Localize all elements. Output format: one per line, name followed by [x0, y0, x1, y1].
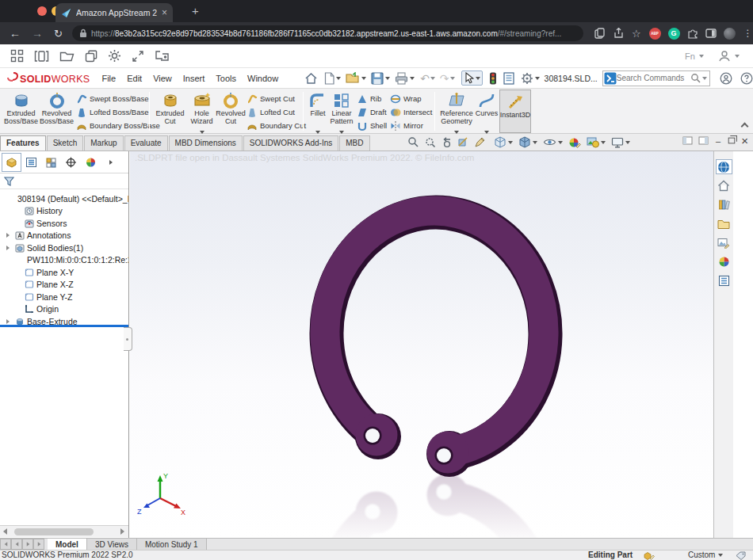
files-icon[interactable]	[59, 50, 75, 62]
tree-item-plane-xz[interactable]: Plane X-Z	[0, 279, 128, 291]
menu-window[interactable]: Window	[242, 74, 284, 83]
tab-features[interactable]: Features	[0, 135, 46, 150]
expand-icon[interactable]	[6, 319, 10, 324]
profile-avatar[interactable]	[724, 28, 736, 40]
revolved-boss-button[interactable]: Revolved Boss/Base	[39, 90, 75, 132]
search-caret-icon[interactable]	[702, 77, 707, 80]
rib-button[interactable]: Rib	[357, 92, 381, 105]
menu-insert[interactable]: Insert	[178, 74, 211, 83]
print-button[interactable]	[395, 72, 408, 85]
ring-body[interactable]	[325, 211, 545, 477]
tab-close-icon[interactable]	[162, 8, 167, 17]
login-button[interactable]	[720, 72, 732, 85]
browser-menu-icon[interactable]	[743, 29, 753, 38]
fn-caret-icon[interactable]	[699, 55, 704, 58]
intersect-button[interactable]: Intersect	[390, 105, 432, 119]
reload-button[interactable]	[54, 29, 63, 39]
tab-evaluate[interactable]: Evaluate	[124, 135, 168, 150]
previous-view-icon[interactable]	[441, 136, 453, 148]
tree-filter-row[interactable]	[0, 173, 128, 189]
first-tab-button[interactable]	[0, 539, 11, 550]
appearances-scenes-tab[interactable]	[716, 254, 732, 269]
units-caret-icon[interactable]	[718, 554, 723, 557]
save-caret-icon[interactable]	[385, 77, 390, 80]
mirror-button[interactable]: Mirror	[390, 119, 423, 132]
swept-boss-button[interactable]: Swept Boss/Base	[76, 92, 148, 105]
extruded-boss-button[interactable]: Extruded Boss/Base	[3, 90, 39, 132]
motion-study-tab[interactable]: Motion Study 1	[137, 539, 207, 550]
panel-tabs-expand-icon[interactable]	[101, 153, 120, 172]
tab-mbd[interactable]: MBD	[339, 135, 369, 150]
custom-properties-tab[interactable]	[716, 273, 732, 288]
home-button[interactable]	[304, 72, 318, 85]
new-tab-button[interactable]	[192, 5, 199, 17]
tree-item-solid-bodies[interactable]: Solid Bodies(1)	[0, 242, 128, 254]
open-caret-icon[interactable]	[361, 77, 366, 80]
linear-pattern-button[interactable]: Linear Pattern	[328, 90, 355, 132]
tab-sketch[interactable]: Sketch	[47, 135, 84, 150]
adblock-extension-icon[interactable]: ABP	[649, 28, 661, 40]
share-icon[interactable]	[613, 28, 624, 39]
apply-scene-caret-icon[interactable]	[601, 141, 606, 144]
user-caret-icon[interactable]	[735, 55, 740, 58]
lofted-boss-button[interactable]: Lofted Boss/Base	[76, 105, 148, 119]
browser-tab[interactable]: Amazon AppStream 2.0	[55, 3, 173, 22]
sidepanel-icon[interactable]	[705, 29, 717, 38]
options-caret-icon[interactable]	[535, 77, 540, 80]
curves-button[interactable]: Curves	[474, 90, 499, 132]
tree-item-plane-yz[interactable]: Plane Y-Z	[0, 291, 128, 303]
fillet-button[interactable]: Fillet	[306, 90, 330, 132]
next-tab-button[interactable]	[22, 539, 33, 550]
fn-key-label[interactable]: Fn	[685, 51, 695, 61]
search-magnifier-icon[interactable]	[690, 73, 701, 83]
view-orientation-icon[interactable]	[494, 136, 506, 148]
retaining-ring-model[interactable]	[130, 151, 733, 538]
clipboard-icon[interactable]	[85, 50, 97, 63]
menu-view[interactable]: View	[147, 74, 178, 83]
open-button[interactable]	[346, 72, 360, 84]
prev-tab-button[interactable]	[11, 539, 22, 550]
select-caret-icon[interactable]	[476, 77, 480, 80]
doc-close-button[interactable]	[741, 134, 748, 147]
grammarly-extension-icon[interactable]: G	[668, 28, 680, 40]
model-tab[interactable]: Model	[48, 539, 87, 550]
expand-icon[interactable]	[6, 233, 10, 238]
edit-appearance-icon[interactable]	[568, 136, 581, 148]
tree-item-sensors[interactable]: Sensors	[0, 217, 128, 230]
graphics-viewport[interactable]: .SLDPRT file open in Dassault Systemes S…	[130, 151, 733, 538]
extruded-cut-button[interactable]: Extruded Cut	[153, 90, 187, 132]
section-view-icon[interactable]	[457, 136, 469, 148]
menu-tools[interactable]: Tools	[210, 74, 242, 83]
last-tab-button[interactable]	[33, 539, 44, 550]
shell-button[interactable]: Shell	[357, 119, 387, 132]
design-library-tab[interactable]	[716, 197, 732, 212]
new-caret-icon[interactable]	[336, 77, 341, 80]
save-page-icon[interactable]	[594, 28, 605, 39]
tree-item-annotations[interactable]: Annotations	[0, 230, 128, 242]
menu-edit[interactable]: Edit	[121, 74, 147, 83]
forward-button[interactable]	[32, 28, 43, 39]
address-bar[interactable]: https://8e3b2a315cc92e8d97bd283534b8d761…	[72, 25, 583, 41]
displaymanager-tab[interactable]	[81, 153, 101, 172]
user-icon[interactable]	[718, 50, 731, 63]
help-button[interactable]	[740, 72, 753, 85]
wrap-button[interactable]: Wrap	[390, 92, 422, 105]
tree-item-origin[interactable]: Origin	[0, 303, 128, 316]
pane-right-icon[interactable]	[698, 136, 709, 145]
file-explorer-tab[interactable]	[716, 216, 732, 231]
apply-scene-icon[interactable]	[587, 136, 599, 148]
settings-gear-icon[interactable]	[108, 49, 121, 63]
scroll-left-button[interactable]	[0, 527, 10, 537]
panel-splitter-handle[interactable]	[124, 327, 132, 351]
tree-root-item[interactable]: 308194 (Default) <<Default>_Display S	[0, 192, 128, 205]
new-document-button[interactable]	[324, 72, 334, 85]
pane-left-icon[interactable]	[682, 136, 693, 145]
status-units-label[interactable]: Custom	[688, 550, 715, 560]
tree-item-history[interactable]: History	[0, 205, 128, 218]
solidworks-resources-tab[interactable]	[716, 159, 732, 174]
draft-button[interactable]: Draft	[357, 105, 387, 119]
tab-markup[interactable]: Markup	[84, 135, 123, 150]
collapse-ribbon-icon[interactable]	[741, 123, 749, 131]
multi-monitor-icon[interactable]	[155, 50, 170, 62]
search-commands-box[interactable]	[602, 70, 710, 86]
